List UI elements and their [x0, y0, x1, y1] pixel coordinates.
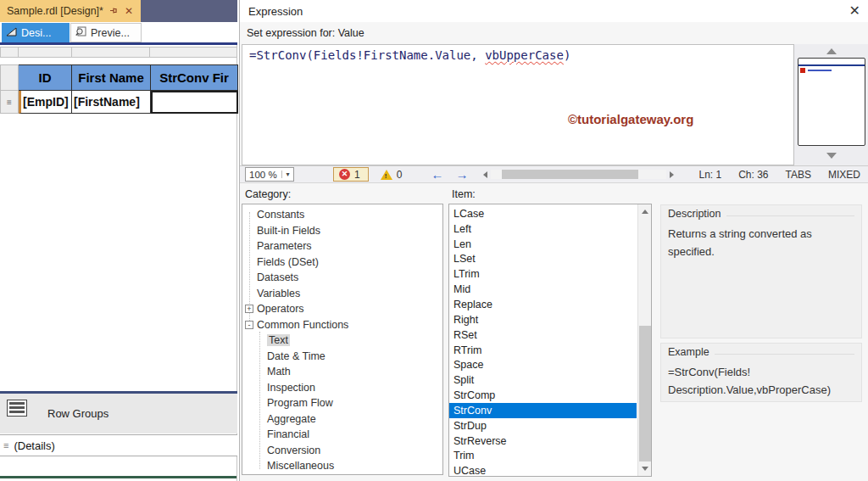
- row-groups-panel: Row Groups: [0, 394, 237, 433]
- example-line-1: =StrConv(Fields!: [668, 363, 854, 381]
- category-text[interactable]: Text: [242, 333, 442, 349]
- row-group-details[interactable]: ≡ (Details): [0, 434, 237, 456]
- category-parameters[interactable]: Parameters: [242, 238, 442, 254]
- item-space[interactable]: Space: [449, 357, 637, 372]
- expression-text[interactable]: =StrConv(Fields!FirstName.Value, vbUpper…: [249, 48, 570, 62]
- scroll-up-icon[interactable]: [642, 210, 648, 214]
- pin-icon[interactable]: [109, 6, 119, 17]
- example-text: =StrConv(Fields! Description.Value,vbPro…: [661, 358, 861, 404]
- group-divider: [726, 215, 854, 216]
- category-date-time[interactable]: Date & Time: [242, 349, 442, 365]
- item-list-scrollbar[interactable]: [637, 204, 651, 476]
- set-expression-label: Set expression for: Value: [247, 27, 364, 39]
- category-variables[interactable]: Variables: [242, 286, 442, 302]
- item-strreverse[interactable]: StrReverse: [449, 433, 637, 449]
- tab-preview[interactable]: Previe...: [70, 23, 142, 42]
- scrollbar-thumb[interactable]: [502, 170, 638, 179]
- ssrs-designer-window: Sample.rdl [Design]* ✕ Desi... Previe...: [0, 0, 868, 481]
- scroll-up-icon[interactable]: [826, 48, 837, 54]
- item-left[interactable]: Left: [449, 221, 637, 237]
- dialog-close-icon[interactable]: ✕: [849, 3, 860, 19]
- status-line: Ln: 1: [698, 169, 721, 181]
- category-aggregate[interactable]: Aggregate: [242, 411, 442, 428]
- item-strconv-selected[interactable]: StrConv: [449, 403, 637, 418]
- header-cell-id[interactable]: ID: [19, 64, 72, 91]
- item-rset[interactable]: RSet: [449, 327, 637, 343]
- data-cell-firstname[interactable]: [FirstName]: [72, 91, 151, 114]
- preview-text-marker: [808, 70, 832, 71]
- horizontal-scrollbar[interactable]: [483, 169, 674, 180]
- example-panel: Example =StrConv(Fields! Description.Val…: [660, 343, 862, 402]
- row-groups-label: Row Groups: [47, 407, 108, 420]
- category-built-in-fields[interactable]: Built-in Fields: [242, 223, 442, 239]
- data-cell-strconv-selected[interactable]: [151, 91, 238, 114]
- item-lset[interactable]: LSet: [449, 252, 637, 267]
- item-mid[interactable]: Mid: [449, 282, 637, 297]
- category-conversion[interactable]: Conversion: [242, 443, 442, 459]
- warning-count: 0: [397, 169, 403, 181]
- item-ltrim[interactable]: LTrim: [449, 266, 637, 282]
- category-miscellaneous[interactable]: Miscellaneous: [242, 458, 442, 474]
- status-char: Ch: 36: [738, 169, 768, 181]
- item-trim[interactable]: Trim: [449, 449, 637, 464]
- tablix-data-row: ≡ [EmpID] [FirstName]: [0, 91, 238, 114]
- design-ruler-icon: [6, 27, 17, 39]
- category-inspection[interactable]: Inspection: [242, 380, 442, 396]
- status-tabs: TABS: [786, 169, 811, 181]
- category-program-flow[interactable]: Program Flow: [242, 395, 442, 411]
- zoom-level-select[interactable]: 100 % ▾: [245, 167, 294, 182]
- category-operators[interactable]: +Operators: [242, 301, 442, 317]
- document-preview-thumbnail[interactable]: [798, 58, 865, 146]
- item-len[interactable]: Len: [449, 237, 637, 252]
- error-count-badge[interactable]: ✕ 1: [333, 167, 369, 182]
- item-strcomp[interactable]: StrComp: [449, 388, 637, 403]
- header-cell-strconv[interactable]: StrConv Fir: [151, 64, 238, 91]
- document-tab-sample-rdl[interactable]: Sample.rdl [Design]* ✕: [0, 0, 141, 22]
- row-handle-cell[interactable]: [0, 64, 19, 91]
- editor-scrollbar-map[interactable]: [794, 44, 868, 165]
- item-ucase[interactable]: UCase: [449, 463, 637, 477]
- document-tab-bar: Sample.rdl [Design]* ✕: [0, 0, 237, 22]
- report-designer-pane: Sample.rdl [Design]* ✕ Desi... Previe...: [0, 0, 237, 481]
- zoom-level-value: 100 %: [246, 170, 281, 180]
- group-divider: [715, 354, 854, 355]
- header-cell-first-name[interactable]: First Name: [72, 64, 151, 91]
- ruler-corner: [0, 47, 19, 58]
- item-rtrim[interactable]: RTrim: [449, 343, 637, 358]
- category-financial[interactable]: Financial: [242, 427, 442, 443]
- tab-preview-label: Previe...: [91, 27, 130, 39]
- scrollbar-thumb[interactable]: [639, 326, 651, 461]
- tablix-header-row: ID First Name StrConv Fir: [0, 64, 238, 91]
- expand-icon[interactable]: +: [245, 305, 253, 313]
- error-icon: ✕: [339, 169, 350, 180]
- scrollbar-track[interactable]: [491, 170, 666, 179]
- category-datasets[interactable]: Datasets: [242, 270, 442, 286]
- description-label: Description: [668, 208, 721, 220]
- warning-count-badge[interactable]: ! 0: [381, 169, 403, 181]
- category-common-functions[interactable]: -Common Functions: [242, 317, 442, 333]
- scroll-left-icon[interactable]: [483, 171, 487, 178]
- collapse-icon[interactable]: -: [245, 321, 253, 329]
- item-split[interactable]: Split: [449, 372, 637, 388]
- item-right[interactable]: Right: [449, 312, 637, 327]
- close-tab-icon[interactable]: ✕: [125, 6, 133, 16]
- navigate-back-icon[interactable]: ←: [431, 167, 443, 182]
- item-replace[interactable]: Replace: [449, 297, 637, 312]
- category-math[interactable]: Math: [242, 364, 442, 380]
- tab-design[interactable]: Desi...: [2, 23, 70, 42]
- item-strdup[interactable]: StrDup: [449, 418, 637, 433]
- scroll-down-icon[interactable]: [826, 153, 837, 159]
- data-cell-empid[interactable]: [EmpID]: [19, 91, 72, 114]
- watermark-text: ©tutorialgateway.org: [568, 112, 693, 126]
- scroll-down-icon[interactable]: [642, 467, 648, 471]
- scroll-right-icon[interactable]: [670, 171, 674, 178]
- navigate-forward-icon[interactable]: →: [455, 167, 468, 182]
- row-handle-icon[interactable]: ≡: [0, 91, 19, 114]
- expression-code-editor[interactable]: =StrConv(Fields!FirstName.Value, vbUpper…: [242, 44, 794, 165]
- expression-dialog: Expression ✕ Set expression for: Value =…: [239, 0, 868, 481]
- category-constants[interactable]: Constants: [242, 207, 442, 223]
- item-lcase[interactable]: LCase: [449, 206, 637, 221]
- tablix-table: ID First Name StrConv Fir ≡ [EmpID] [Fir…: [0, 64, 238, 114]
- category-fields-dset[interactable]: Fields (DSet): [242, 254, 442, 271]
- ruler-segment: [19, 47, 72, 58]
